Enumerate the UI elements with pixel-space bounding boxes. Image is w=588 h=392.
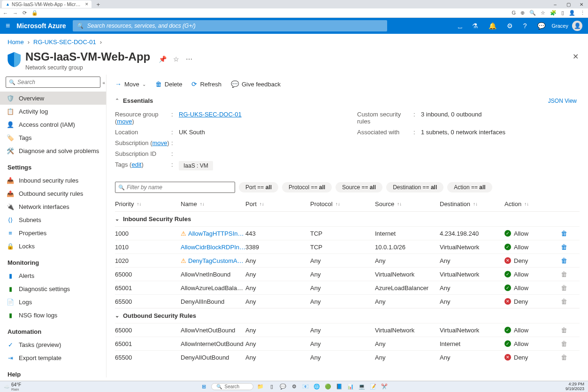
feedback-button[interactable]: 💬Give feedback [231, 80, 281, 88]
filter-icon[interactable]: ⚗ [472, 22, 478, 30]
column-header[interactable]: Priority↑↓ [115, 200, 181, 208]
column-header[interactable]: Destination↑↓ [440, 200, 504, 208]
browser-tab[interactable]: ▲ NSG-IaaS-VM-Web-App - Micr… ✕ [2, 0, 92, 8]
more-icon[interactable]: ⋯ [186, 55, 192, 63]
global-search[interactable]: 🔍 [73, 20, 387, 31]
sidebar-item[interactable]: 📄 Logs [0, 295, 106, 308]
menu-icon[interactable]: ⋮ [580, 10, 585, 16]
sidebar-item[interactable]: 📋 Activity log [0, 105, 106, 118]
sidebar-item[interactable]: ▮ Diagnostic settings [0, 282, 106, 295]
panel-icon[interactable]: ▯ [561, 10, 564, 16]
close-tab-icon[interactable]: ✕ [85, 2, 89, 7]
column-header[interactable]: Protocol↑↓ [310, 200, 375, 208]
sidebar-item[interactable]: 📤 Outbound security rules [0, 187, 106, 200]
sub-move-link[interactable]: move [153, 139, 168, 146]
settings-icon[interactable]: ⚙ [507, 22, 513, 30]
delete-rule-icon[interactable]: 🗑 [561, 243, 567, 251]
table-row[interactable]: 65500 DenyAllOutBound Any Any Any Any ✕D… [115, 350, 580, 364]
sidebar-icon: 📋 [7, 108, 14, 115]
sidebar-item[interactable]: ⟨⟩ Subnets [0, 213, 106, 226]
tag-chip[interactable]: IaaS : VM [179, 161, 213, 170]
new-tab-button[interactable]: + [96, 1, 100, 8]
refresh-icon: ⟳ [191, 80, 197, 88]
sidebar-item[interactable]: 🛠️ Diagnose and solve problems [0, 144, 106, 157]
table-row[interactable]: 65001 AllowInternetOutBound Any Any Any … [115, 337, 580, 350]
sidebar-search[interactable]: 🔍 [6, 77, 100, 88]
filter-pill[interactable]: Destination == all [386, 182, 443, 192]
filter-pill[interactable]: Action == all [447, 182, 492, 192]
star-icon[interactable]: ☆ [541, 10, 545, 16]
global-search-input[interactable] [87, 23, 383, 29]
hamburger-icon[interactable]: ≡ [6, 22, 10, 30]
sidebar-item[interactable]: 🔌 Network interfaces [0, 200, 106, 213]
notifications-icon[interactable]: 🔔 [489, 22, 496, 30]
delete-rule-icon[interactable]: 🗑 [561, 230, 567, 237]
minimize-button[interactable]: – [549, 0, 562, 8]
sidebar-item[interactable]: ⇥ Export template [0, 351, 106, 364]
sidebar-item[interactable]: 📥 Inbound security rules [0, 174, 106, 187]
key-icon[interactable]: ⊕ [520, 10, 525, 16]
table-row[interactable]: 1010 AllowCidrBlockRDPInbo… 3389 TCP 10.… [115, 240, 580, 254]
favorite-icon[interactable]: ☆ [173, 55, 179, 63]
forward-icon[interactable]: → [13, 10, 18, 16]
delete-rule-icon[interactable]: 🗑 [561, 257, 567, 264]
essentials-toggle[interactable]: ⌃ Essentials JSON View [115, 94, 588, 107]
sidebar-item[interactable]: 👤 Access control (IAM) [0, 118, 106, 131]
rule-name-link[interactable]: AllowCidrBlockRDPInbo… [181, 244, 245, 251]
filter-pill[interactable]: Port == all [239, 182, 278, 192]
column-header[interactable]: Source↑↓ [375, 200, 440, 208]
table-row[interactable]: 65000 AllowVnetOutBound Any Any VirtualN… [115, 323, 580, 337]
filter-pill[interactable]: Source == all [336, 182, 382, 192]
sidebar-item[interactable]: 🏷️ Tags [0, 131, 106, 144]
rg-move-link[interactable]: move [117, 118, 132, 125]
rg-value[interactable]: RG-UKS-SEC-DOC-01 [179, 111, 242, 118]
delete-button[interactable]: 🗑Delete [155, 80, 183, 88]
cloud-shell-icon[interactable]: ⎵ [458, 22, 462, 30]
outbound-group[interactable]: ⌄Outbound Security Rules [115, 308, 580, 323]
name-filter[interactable]: 🔍 [115, 182, 235, 193]
pin-icon[interactable]: 📌 [159, 55, 167, 63]
assoc-value: 1 subnets, 0 network interfaces [421, 129, 588, 136]
sidebar-item[interactable]: 🛡️ Overview [0, 92, 106, 105]
rule-name-link[interactable]: DenyTagCustomAny… [188, 257, 245, 264]
column-header[interactable]: Action↑↓ [504, 200, 561, 208]
help-icon[interactable]: ? [523, 22, 527, 30]
sidebar-item[interactable]: ▮ NSG flow logs [0, 308, 106, 322]
sidebar-item[interactable]: ≡ Properties [0, 226, 106, 239]
table-row[interactable]: 65500 DenyAllInBound Any Any Any Any ✕De… [115, 294, 580, 308]
crumb-home[interactable]: Home [8, 38, 24, 46]
close-blade-icon[interactable]: ✕ [571, 50, 580, 63]
table-row[interactable]: 1000 ⚠AllowTagHTTPSInbo… 443 TCP Interne… [115, 226, 580, 240]
protocol-cell: Any [310, 271, 375, 278]
feedback-icon[interactable]: 💬 [537, 22, 545, 30]
sidebar-item[interactable]: 🔒 Locks [0, 239, 106, 253]
sidebar-search-input[interactable] [17, 79, 97, 85]
json-view-link[interactable]: JSON View [548, 98, 577, 104]
tags-edit-link[interactable]: edit [131, 161, 141, 168]
g-icon[interactable]: G [512, 10, 516, 16]
refresh-button[interactable]: ⟳Refresh [191, 80, 221, 88]
sidebar-item[interactable]: ▮ Alerts [0, 269, 106, 282]
rule-name-link[interactable]: AllowTagHTTPSInbo… [188, 230, 245, 237]
name-filter-input[interactable] [127, 184, 232, 191]
inbound-group[interactable]: ⌄Inbound Security Rules [115, 211, 580, 226]
table-row[interactable]: 65001 AllowAzureLoadBalancer… Any Any Az… [115, 281, 580, 294]
profile-icon[interactable]: 👤 [569, 10, 575, 16]
back-icon[interactable]: ← [3, 10, 8, 16]
user-menu[interactable]: Gracey 👤 [552, 21, 582, 31]
crumb-rg[interactable]: RG-UKS-SEC-DOC-01 [33, 38, 96, 46]
ext-icon[interactable]: 🧩 [550, 10, 557, 16]
refresh-icon[interactable]: ⟳ [23, 10, 27, 16]
table-row[interactable]: 1020 ⚠DenyTagCustomAny… Any Any Any Any … [115, 254, 580, 267]
collapse-sidebar-icon[interactable]: « [100, 78, 107, 87]
column-header[interactable]: Name↑↓ [181, 200, 245, 208]
sidebar-item[interactable]: ✓ Tasks (preview) [0, 338, 106, 351]
product-name[interactable]: Microsoft Azure [16, 22, 66, 30]
filter-pill[interactable]: Protocol == all [282, 182, 332, 192]
move-button[interactable]: →Move ⌄ [115, 80, 146, 88]
close-window-button[interactable]: ✕ [575, 0, 588, 8]
zoom-icon[interactable]: 🔍 [529, 10, 536, 16]
table-row[interactable]: 65000 AllowVnetInBound Any Any VirtualNe… [115, 267, 580, 281]
maximize-button[interactable]: ▢ [562, 0, 575, 8]
column-header[interactable]: Port↑↓ [245, 200, 310, 208]
